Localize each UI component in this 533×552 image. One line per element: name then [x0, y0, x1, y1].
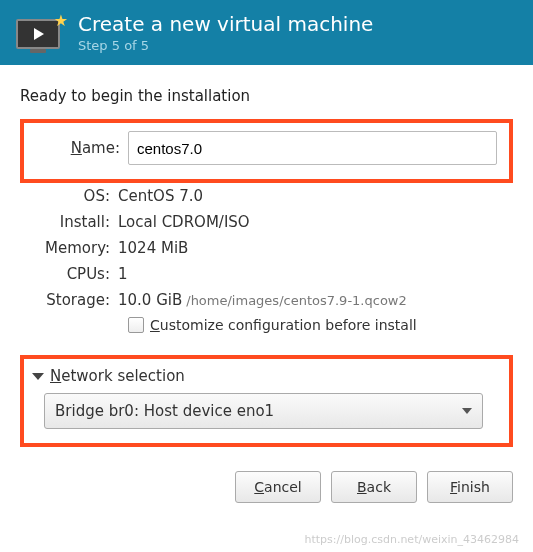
dialog-header: ★ Create a new virtual machine Step 5 of… — [0, 0, 533, 65]
customize-checkbox[interactable] — [128, 317, 144, 333]
network-selected: Bridge br0: Host device eno1 — [55, 402, 274, 420]
install-value: Local CDROM/ISO — [118, 213, 250, 231]
storage-label: Storage: — [20, 291, 118, 309]
install-label: Install: — [20, 213, 118, 231]
cpus-value: 1 — [118, 265, 128, 283]
cancel-button[interactable]: Cancel — [235, 471, 321, 503]
network-expander[interactable]: Network selection — [32, 367, 501, 385]
storage-value: 10.0 GiB/home/images/centos7.9-1.qcow2 — [118, 291, 407, 309]
cpus-label: CPUs: — [20, 265, 118, 283]
os-label: OS: — [20, 187, 118, 205]
memory-value: 1024 MiB — [118, 239, 188, 257]
name-highlight-box: Name: — [20, 119, 513, 183]
finish-button[interactable]: Finish — [427, 471, 513, 503]
chevron-down-icon — [32, 373, 44, 380]
step-indicator: Step 5 of 5 — [78, 38, 373, 53]
network-highlight-box: Network selection Bridge br0: Host devic… — [20, 355, 513, 447]
os-value: CentOS 7.0 — [118, 187, 203, 205]
dialog-footer: Cancel Back Finish — [0, 461, 533, 521]
name-label: Name: — [30, 139, 128, 157]
storage-path: /home/images/centos7.9-1.qcow2 — [186, 293, 407, 308]
name-input[interactable] — [128, 131, 497, 165]
network-expander-label: Network selection — [50, 367, 185, 385]
memory-label: Memory: — [20, 239, 118, 257]
dialog-title: Create a new virtual machine — [78, 12, 373, 36]
back-button[interactable]: Back — [331, 471, 417, 503]
chevron-down-icon — [462, 408, 472, 414]
vm-wizard-icon: ★ — [16, 13, 64, 53]
customize-checkbox-row[interactable]: Customize configuration before install — [128, 317, 513, 333]
customize-label: Customize configuration before install — [150, 317, 417, 333]
network-dropdown[interactable]: Bridge br0: Host device eno1 — [44, 393, 483, 429]
ready-text: Ready to begin the installation — [20, 87, 513, 105]
